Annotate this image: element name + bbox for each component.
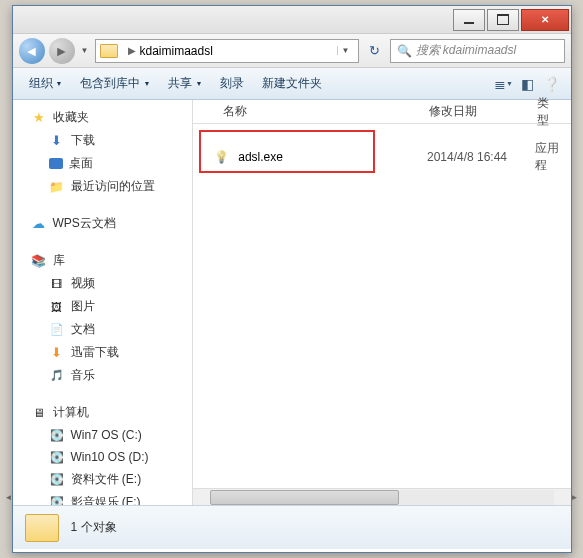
drive-icon xyxy=(49,472,65,488)
cloud-icon xyxy=(31,216,47,232)
file-list-area: 名称 修改日期 类型 adsl.exe 2014/4/8 16:44 应用程 ◄… xyxy=(193,100,571,505)
nav-history-dropdown[interactable]: ▼ xyxy=(79,46,91,55)
back-button[interactable]: ◄ xyxy=(19,38,45,64)
sidebar-drive-d[interactable]: Win10 OS (D:) xyxy=(13,446,192,468)
sidebar-xunlei[interactable]: 迅雷下载 xyxy=(13,341,192,364)
new-folder-button[interactable]: 新建文件夹 xyxy=(254,71,330,96)
file-list[interactable]: adsl.exe 2014/4/8 16:44 应用程 xyxy=(193,124,571,488)
column-name[interactable]: 名称 xyxy=(213,103,419,120)
address-bar: ◄ ► ▼ ▶ kdaimimaadsl ▼ ↻ 🔍 搜索 kdaimimaad… xyxy=(13,34,571,68)
sidebar-documents[interactable]: 文档 xyxy=(13,318,192,341)
include-library-menu[interactable]: 包含到库中▼ xyxy=(72,71,158,96)
burn-button[interactable]: 刻录 xyxy=(212,71,252,96)
desktop-icon xyxy=(49,158,63,169)
breadcrumb-separator: ▶ xyxy=(128,45,136,56)
scroll-left-arrow[interactable]: ◄ xyxy=(0,490,17,505)
search-placeholder: 搜索 kdaimimaadsl xyxy=(416,42,517,59)
sidebar-favorites[interactable]: 收藏夹 xyxy=(13,106,192,129)
music-icon xyxy=(49,368,65,384)
sidebar-drive-e[interactable]: 资料文件 (E:) xyxy=(13,468,192,491)
close-button[interactable] xyxy=(521,9,569,31)
file-row[interactable]: adsl.exe 2014/4/8 16:44 应用程 xyxy=(193,136,571,178)
recent-icon xyxy=(49,179,65,195)
scroll-right-arrow[interactable]: ► xyxy=(566,490,583,505)
column-headers: 名称 修改日期 类型 xyxy=(193,100,571,124)
refresh-button[interactable]: ↻ xyxy=(363,43,386,58)
sidebar-downloads[interactable]: 下载 xyxy=(13,129,192,152)
exe-icon xyxy=(213,148,231,166)
forward-button[interactable]: ► xyxy=(49,38,75,64)
document-icon xyxy=(49,322,65,338)
file-type: 应用程 xyxy=(535,140,570,174)
video-icon xyxy=(49,276,65,292)
minimize-button[interactable] xyxy=(453,9,485,31)
download-icon xyxy=(49,133,65,149)
sidebar-videos[interactable]: 视频 xyxy=(13,272,192,295)
sidebar-pictures[interactable]: 图片 xyxy=(13,295,192,318)
picture-icon xyxy=(49,299,65,315)
file-name: adsl.exe xyxy=(238,150,427,164)
preview-pane-button[interactable]: ◧ xyxy=(517,73,539,95)
view-options-button[interactable]: ≣ ▼ xyxy=(493,73,515,95)
status-bar: 1 个对象 xyxy=(13,505,571,549)
sidebar-music[interactable]: 音乐 xyxy=(13,364,192,387)
folder-icon xyxy=(25,514,59,542)
sidebar-wps[interactable]: WPS云文档 xyxy=(13,212,192,235)
breadcrumb-folder[interactable]: kdaimimaadsl xyxy=(140,44,213,58)
sidebar-libraries[interactable]: 库 xyxy=(13,249,192,272)
share-menu[interactable]: 共享▼ xyxy=(160,71,210,96)
drive-icon xyxy=(49,427,65,443)
explorer-window: ◄ ► ▼ ▶ kdaimimaadsl ▼ ↻ 🔍 搜索 kdaimimaad… xyxy=(12,5,572,553)
help-button[interactable]: ❔ xyxy=(541,73,563,95)
sidebar-recent[interactable]: 最近访问的位置 xyxy=(13,175,192,198)
search-input[interactable]: 🔍 搜索 kdaimimaadsl xyxy=(390,39,565,63)
sidebar-drive-c[interactable]: Win7 OS (C:) xyxy=(13,424,192,446)
column-modified[interactable]: 修改日期 xyxy=(419,103,527,120)
search-icon: 🔍 xyxy=(397,44,412,58)
drive-icon xyxy=(49,495,65,506)
drive-icon xyxy=(49,449,65,465)
navigation-pane: 收藏夹 下载 桌面 最近访问的位置 WPS云文档 库 视频 图片 文档 迅雷下载… xyxy=(13,100,193,505)
maximize-button[interactable] xyxy=(487,9,519,31)
horizontal-scrollbar[interactable]: ◄ ► xyxy=(193,488,571,505)
address-dropdown-icon[interactable]: ▼ xyxy=(337,46,354,55)
status-text: 1 个对象 xyxy=(71,519,117,536)
address-field[interactable]: ▶ kdaimimaadsl ▼ xyxy=(95,39,359,63)
sidebar-computer[interactable]: 计算机 xyxy=(13,401,192,424)
title-bar xyxy=(13,6,571,34)
file-modified: 2014/4/8 16:44 xyxy=(427,150,535,164)
folder-icon xyxy=(100,44,118,58)
star-icon xyxy=(31,110,47,126)
sidebar-desktop[interactable]: 桌面 xyxy=(13,152,192,175)
toolbar: 组织▼ 包含到库中▼ 共享▼ 刻录 新建文件夹 ≣ ▼ ◧ ❔ xyxy=(13,68,571,100)
scroll-thumb[interactable] xyxy=(210,490,399,505)
sidebar-drive-f[interactable]: 影音娱乐 (F:) xyxy=(13,491,192,505)
organize-menu[interactable]: 组织▼ xyxy=(21,71,71,96)
library-icon xyxy=(31,253,47,269)
computer-icon xyxy=(31,405,47,421)
xunlei-icon xyxy=(49,345,65,361)
